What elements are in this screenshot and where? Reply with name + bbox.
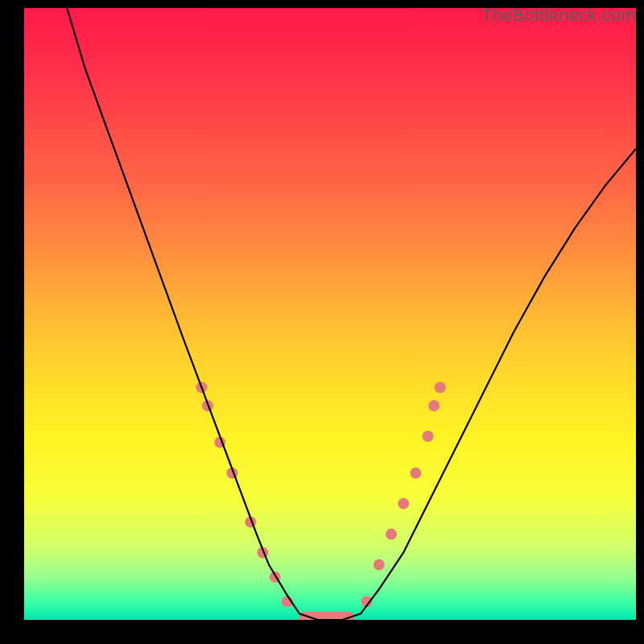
data-point — [435, 382, 446, 393]
data-point — [428, 400, 440, 411]
bottleneck-curve — [67, 8, 636, 620]
chart-svg — [24, 8, 636, 620]
data-point — [386, 529, 397, 540]
data-point — [423, 431, 434, 442]
outer-frame: TheBottleneck.com — [0, 0, 644, 644]
watermark-text: TheBottleneck.com — [481, 5, 636, 26]
data-point — [374, 559, 385, 571]
data-point — [410, 468, 421, 479]
marker-layer — [196, 382, 445, 620]
data-point — [398, 498, 409, 510]
plot-area — [24, 8, 636, 620]
